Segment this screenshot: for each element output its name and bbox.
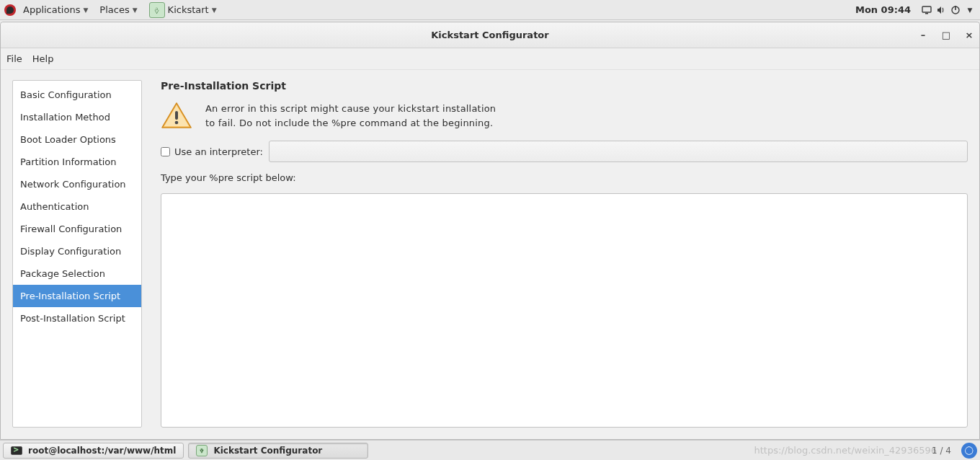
svg-rect-1 [925, 13, 928, 14]
applications-menu[interactable]: Applications ▼ [19, 3, 92, 17]
volume-icon[interactable] [935, 4, 947, 16]
active-app-menu[interactable]: ⎀ Kickstart ▼ [145, 1, 221, 19]
taskbar-kickstart-label: Kickstart Configurator [213, 446, 322, 456]
screen-icon[interactable] [921, 4, 932, 16]
warning-row: An error in this script might cause your… [161, 102, 968, 131]
close-button[interactable]: × [963, 30, 975, 41]
use-interpreter-label[interactable]: Use an interpreter: [161, 146, 263, 157]
sidebar-item-package-selection[interactable]: Package Selection [13, 262, 141, 285]
taskbar-button-kickstart[interactable]: ⎀ Kickstart Configurator [188, 443, 368, 459]
interpreter-input[interactable] [269, 141, 968, 162]
places-menu-label: Places [99, 4, 129, 15]
maximize-button[interactable]: □ [940, 30, 952, 41]
use-interpreter-text: Use an interpreter: [174, 146, 263, 157]
taskbar-terminal-label: root@localhost:/var/www/html [28, 446, 176, 456]
sidebar-item-pre-installation-script[interactable]: Pre-Installation Script [13, 285, 141, 307]
menu-file[interactable]: File [6, 53, 22, 64]
applications-menu-label: Applications [23, 4, 80, 15]
clock-label[interactable]: Mon 09:44 [848, 4, 918, 15]
menu-help[interactable]: Help [32, 53, 54, 64]
warning-line-1: An error in this script might cause your… [205, 103, 496, 114]
places-menu[interactable]: Places ▼ [95, 3, 141, 17]
script-hint-label: Type your %pre script below: [161, 172, 968, 183]
use-interpreter-checkbox[interactable] [161, 147, 170, 156]
category-sidebar: Basic ConfigurationInstallation MethodBo… [12, 80, 142, 428]
warning-text: An error in this script might cause your… [205, 102, 496, 131]
interpreter-row: Use an interpreter: [161, 141, 968, 162]
user-menu-caret-icon[interactable]: ▼ [964, 4, 976, 16]
accessibility-badge-icon[interactable]: ◯ [961, 443, 977, 459]
terminal-icon [11, 446, 22, 455]
active-app-label: Kickstart [168, 4, 209, 15]
pre-script-textarea[interactable] [161, 193, 968, 428]
window-titlebar[interactable]: Kickstart Configurator – □ × [1, 22, 979, 48]
caret-down-icon: ▼ [83, 6, 88, 14]
svg-rect-0 [922, 6, 931, 12]
sidebar-item-basic-configuration[interactable]: Basic Configuration [13, 84, 141, 106]
pager-label: 1 / 4 [932, 446, 951, 456]
sidebar-item-post-installation-script[interactable]: Post-Installation Script [13, 307, 141, 329]
kickstart-app-icon: ⎀ [196, 445, 208, 456]
main-pane: Pre-Installation Script An error in this… [161, 80, 968, 428]
sidebar-item-installation-method[interactable]: Installation Method [13, 106, 141, 128]
warning-icon [161, 102, 192, 131]
svg-point-5 [175, 121, 179, 125]
gnome-top-panel: Applications ▼ Places ▼ ⎀ Kickstart ▼ Mo… [0, 0, 980, 20]
caret-down-icon: ▼ [212, 6, 217, 14]
app-menubar: File Help [1, 48, 979, 70]
minimize-button[interactable]: – [917, 30, 929, 41]
app-window: Kickstart Configurator – □ × File Help B… [0, 22, 980, 440]
window-title: Kickstart Configurator [431, 30, 548, 40]
sidebar-item-boot-loader-options[interactable]: Boot Loader Options [13, 128, 141, 151]
section-title: Pre-Installation Script [161, 80, 968, 92]
power-icon[interactable] [950, 4, 961, 16]
sidebar-item-network-configuration[interactable]: Network Configuration [13, 173, 141, 195]
svg-rect-4 [175, 111, 178, 120]
sidebar-item-partition-information[interactable]: Partition Information [13, 151, 141, 173]
kickstart-app-icon: ⎀ [149, 2, 165, 18]
sidebar-item-firewall-configuration[interactable]: Firewall Configuration [13, 218, 141, 240]
caret-down-icon: ▼ [133, 6, 138, 14]
gnome-bottom-taskbar: root@localhost:/var/www/html ⎀ Kickstart… [0, 440, 980, 460]
sidebar-item-display-configuration[interactable]: Display Configuration [13, 240, 141, 262]
warning-line-2: to fail. Do not include the %pre command… [205, 118, 493, 128]
workspace-pager[interactable]: 1 / 4 [932, 446, 957, 456]
sidebar-item-authentication[interactable]: Authentication [13, 195, 141, 218]
distro-logo-icon [4, 4, 16, 16]
taskbar-button-terminal[interactable]: root@localhost:/var/www/html [3, 443, 184, 459]
